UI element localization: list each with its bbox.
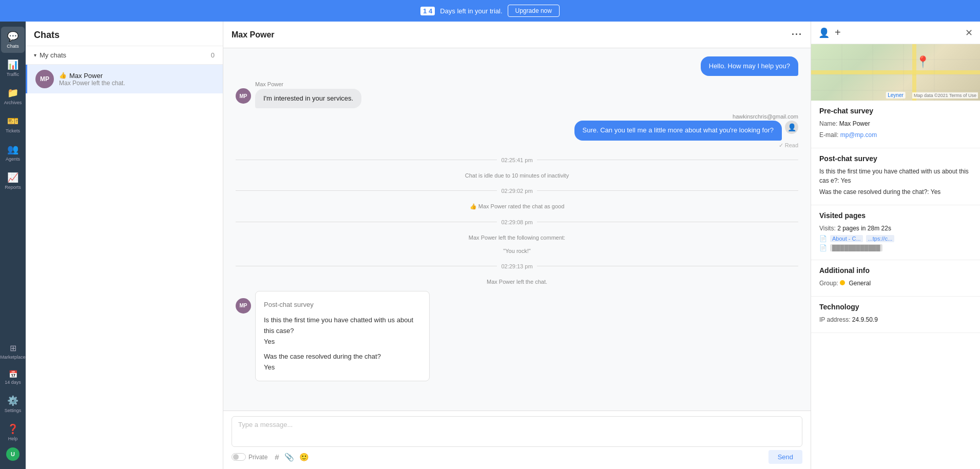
time-divider: 02:29:13 pm bbox=[236, 263, 798, 269]
group-value: General bbox=[849, 280, 871, 287]
technology-title: Technology bbox=[819, 303, 972, 311]
sidebar-item-label-reports: Reports bbox=[5, 185, 21, 190]
sidebar-item-14days[interactable]: 📅 14 days bbox=[1, 366, 25, 389]
sidebar-item-archives[interactable]: 📁 Archives bbox=[1, 83, 25, 109]
marketplace-icon: ⊞ bbox=[10, 343, 16, 353]
group-dot-icon bbox=[840, 280, 845, 285]
traffic-icon: 📊 bbox=[7, 59, 18, 70]
contact-name: Max Power bbox=[69, 72, 103, 80]
user-avatar[interactable]: U bbox=[6, 447, 20, 461]
my-chats-label: My chats bbox=[40, 51, 66, 59]
group-row: Group: General bbox=[819, 279, 972, 288]
system-message: Chat is idle due to 10 minutes of inacti… bbox=[236, 172, 798, 179]
trial-banner: 1 4 Days left in your trial. Upgrade now bbox=[0, 0, 980, 22]
toggle-dot bbox=[233, 454, 239, 460]
add-contact-icon[interactable]: 👤 bbox=[818, 27, 830, 38]
pre-chat-survey-title: Pre-chat survey bbox=[819, 107, 972, 115]
close-icon[interactable]: ✕ bbox=[965, 27, 973, 38]
sidebar-item-agents[interactable]: 👥 Agents bbox=[1, 140, 25, 166]
private-toggle[interactable]: Private bbox=[232, 453, 267, 461]
message-input-placeholder: Type a message... bbox=[232, 416, 802, 447]
email-value: mp@mp.com bbox=[840, 131, 877, 139]
chevron-down-icon: ▾ bbox=[34, 52, 36, 58]
archives-icon: 📁 bbox=[7, 87, 18, 99]
help-icon: ❓ bbox=[7, 423, 18, 435]
emoji-icon[interactable]: 🙂 bbox=[299, 453, 309, 462]
chat-main: Max Power ··· Hello. How may I help you?… bbox=[223, 22, 811, 469]
attachment-icon[interactable]: 📎 bbox=[284, 453, 294, 462]
post-chat-card-title: Post-chat survey bbox=[264, 300, 421, 310]
sidebar-item-help[interactable]: ❓ Help bbox=[1, 419, 25, 445]
map-pin-icon: 📍 bbox=[916, 55, 930, 69]
email-label: E-mail: bbox=[819, 131, 838, 139]
chat-input-icons: # 📎 🙂 bbox=[275, 453, 309, 462]
post-chat-q1: Is this the first time you have chatted … bbox=[264, 315, 421, 337]
avatar: MP bbox=[236, 298, 251, 314]
sidebar-item-reports[interactable]: 📈 Reports bbox=[1, 168, 25, 194]
message-item: Hello. How may I help you? bbox=[701, 56, 798, 76]
time-divider: 02:29:02 pm bbox=[236, 188, 798, 194]
right-panel-header: 👤 + ✕ bbox=[811, 22, 980, 44]
sidebar-item-settings[interactable]: ⚙️ Settings bbox=[1, 391, 25, 417]
sidebar-item-tickets[interactable]: 🎫 Tickets bbox=[1, 111, 25, 138]
map-container: 📍 Leyner Map data ©2021 Terms of Use bbox=[811, 44, 980, 101]
map-image: 📍 Leyner Map data ©2021 Terms of Use bbox=[811, 44, 980, 101]
chat-list-item[interactable]: MP 👍 Max Power Max Power left the chat. bbox=[26, 65, 223, 93]
sidebar-item-label-14days: 14 days bbox=[5, 380, 21, 385]
sidebar-item-marketplace[interactable]: ⊞ Marketplace bbox=[1, 339, 25, 364]
message-bubble: Hello. How may I help you? bbox=[701, 56, 798, 76]
upgrade-button[interactable]: Upgrade now bbox=[508, 5, 560, 17]
sidebar-item-chats[interactable]: 💬 Chats bbox=[1, 27, 25, 53]
add-icon[interactable]: + bbox=[835, 27, 841, 38]
visits-value: 2 pages in 28m 22s bbox=[837, 225, 891, 232]
system-message: Max Power left the following comment: bbox=[236, 234, 798, 241]
left-nav: 💬 Chats 📊 Traffic 📁 Archives 🎫 Tickets 👥… bbox=[0, 22, 26, 469]
time-divider: 02:25:41 pm bbox=[236, 157, 798, 163]
chats-panel-header: Chats bbox=[26, 22, 223, 46]
send-button[interactable]: Send bbox=[768, 450, 802, 464]
14days-icon: 📅 bbox=[9, 370, 17, 378]
name-value: Max Power bbox=[839, 120, 870, 127]
visits-row: Visits: 2 pages in 28m 22s bbox=[819, 224, 972, 233]
avatar: MP bbox=[35, 70, 54, 88]
thumb-up-icon: 👍 bbox=[59, 72, 67, 79]
my-chats-count: 0 bbox=[211, 51, 215, 59]
hash-icon[interactable]: # bbox=[275, 453, 279, 461]
additional-info-title: Additional info bbox=[819, 266, 972, 275]
my-chats-header[interactable]: ▾ My chats 0 bbox=[34, 51, 215, 59]
post-chat-q2-row: Was the case resolved during the chat?: … bbox=[819, 187, 972, 197]
my-chats-title: ▾ My chats bbox=[34, 51, 66, 59]
visited-page-item: 📄 ████████████ bbox=[819, 244, 972, 251]
map-location-label: Leyner bbox=[886, 92, 906, 99]
private-label: Private bbox=[248, 454, 267, 461]
chat-info: 👍 Max Power Max Power left the chat. bbox=[59, 72, 215, 87]
chat-preview: Max Power left the chat. bbox=[59, 80, 215, 87]
post-chat-q1-row: Is this the first time you have chatted … bbox=[819, 167, 972, 185]
document-icon: 📄 bbox=[819, 235, 827, 242]
post-chat-a2: Yes bbox=[264, 362, 421, 373]
post-chat-a1: Yes bbox=[264, 337, 421, 347]
ip-value: 24.9.50.9 bbox=[852, 316, 878, 323]
visited-url-full[interactable]: ...tps://c... bbox=[866, 235, 895, 242]
post-chat-survey-title: Post-chat survey bbox=[819, 154, 972, 163]
technology-section: Technology IP address: 24.9.50.9 bbox=[811, 297, 980, 333]
avatar: MP bbox=[236, 88, 251, 104]
ellipsis-icon[interactable]: ··· bbox=[792, 29, 802, 40]
sidebar-item-traffic[interactable]: 📊 Traffic bbox=[1, 55, 25, 81]
chat-topbar-actions[interactable]: ··· bbox=[792, 29, 802, 40]
visited-url-2[interactable]: ████████████ bbox=[830, 244, 882, 251]
pre-chat-email-row: E-mail: mp@mp.com bbox=[819, 130, 972, 140]
visited-page-item: 📄 About - C... ...tps://c... bbox=[819, 235, 972, 242]
system-message: 👍 Max Power rated the chat as good bbox=[236, 203, 798, 210]
right-panel: 👤 + ✕ 📍 Leyner bbox=[811, 22, 980, 469]
visits-label: Visits: bbox=[819, 225, 836, 232]
reports-icon: 📈 bbox=[7, 172, 18, 183]
toggle-switch[interactable] bbox=[232, 453, 246, 461]
post-chat-survey-message: MP Post-chat survey Is this the first ti… bbox=[236, 291, 430, 382]
post-chat-card: Post-chat survey Is this the first time … bbox=[255, 291, 430, 382]
chats-icon: 💬 bbox=[7, 31, 18, 42]
message-bubble: I'm interested in your services. bbox=[255, 89, 361, 108]
sidebar-item-label-settings: Settings bbox=[5, 408, 22, 413]
visited-url[interactable]: About - C... bbox=[830, 235, 863, 242]
chat-topbar: Max Power ··· bbox=[223, 22, 811, 48]
